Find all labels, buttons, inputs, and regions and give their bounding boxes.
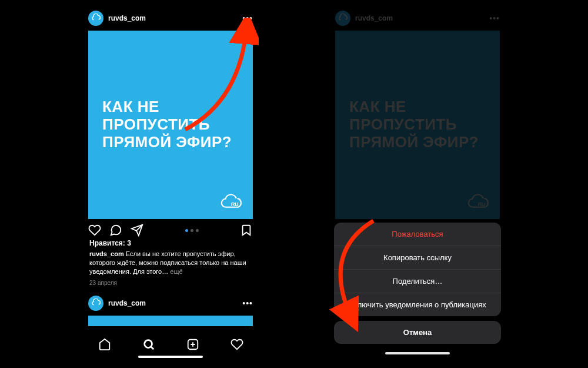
post-header: ruvds_com ••• <box>82 7 259 31</box>
more-icon[interactable]: ••• <box>242 299 253 308</box>
home-icon[interactable] <box>98 338 111 351</box>
phone-screenshot-right: ruvds_com ••• КАК НЕ ПРОПУСТИТЬ ПРЯМОЙ Э… <box>329 7 506 360</box>
next-post-peek: ruvds_com ••• <box>82 292 259 326</box>
post-caption[interactable]: ruvds_com Если вы не хотите пропустить э… <box>82 248 259 277</box>
sheet-item-enable-notifications[interactable]: Включить уведомления о публикациях <box>334 293 501 316</box>
search-icon[interactable] <box>142 338 155 351</box>
caption-more[interactable]: ещё <box>170 268 182 275</box>
carousel-pager <box>185 229 199 232</box>
sheet-cancel-button[interactable]: Отмена <box>334 321 501 344</box>
username-label[interactable]: ruvds_com <box>108 299 238 307</box>
heart-icon[interactable] <box>88 224 101 237</box>
pager-dot <box>196 229 199 232</box>
home-indicator <box>138 356 203 358</box>
ruvds-logo-icon: RU <box>219 193 243 211</box>
add-icon[interactable] <box>186 338 199 351</box>
action-sheet: Пожаловаться Копировать ссылку Поделитьс… <box>334 223 501 357</box>
likes-count[interactable]: Нравится: 3 <box>82 238 259 248</box>
comment-icon[interactable] <box>109 224 122 237</box>
post-image[interactable] <box>88 316 253 326</box>
svg-point-1 <box>144 340 152 348</box>
post-actions <box>82 219 259 238</box>
caption-username: ruvds_com <box>89 250 124 257</box>
pager-dot <box>185 229 188 232</box>
post-image-title: КАК НЕ ПРОПУСТИТЬ ПРЯМОЙ ЭФИР? <box>102 98 239 151</box>
svg-text:RU: RU <box>231 201 239 207</box>
post-date: 23 апреля <box>82 277 259 291</box>
avatar[interactable] <box>88 11 103 26</box>
phone-screenshot-left: ruvds_com ••• КАК НЕ ПРОПУСТИТЬ ПРЯМОЙ Э… <box>82 7 259 360</box>
home-indicator <box>385 352 450 354</box>
post-image[interactable]: КАК НЕ ПРОПУСТИТЬ ПРЯМОЙ ЭФИР? RU <box>88 31 253 219</box>
bookmark-icon[interactable] <box>240 224 253 237</box>
username-label[interactable]: ruvds_com <box>108 14 238 22</box>
sheet-item-report[interactable]: Пожаловаться <box>334 223 501 246</box>
tab-bar <box>82 333 259 352</box>
send-icon[interactable] <box>131 224 143 237</box>
sheet-item-copy-link[interactable]: Копировать ссылку <box>334 246 501 270</box>
action-sheet-group: Пожаловаться Копировать ссылку Поделитьс… <box>334 223 501 316</box>
more-icon[interactable]: ••• <box>242 14 253 23</box>
sheet-item-share[interactable]: Поделиться… <box>334 270 501 293</box>
avatar[interactable] <box>88 296 103 311</box>
activity-icon[interactable] <box>230 338 243 351</box>
pager-dot <box>191 229 193 232</box>
